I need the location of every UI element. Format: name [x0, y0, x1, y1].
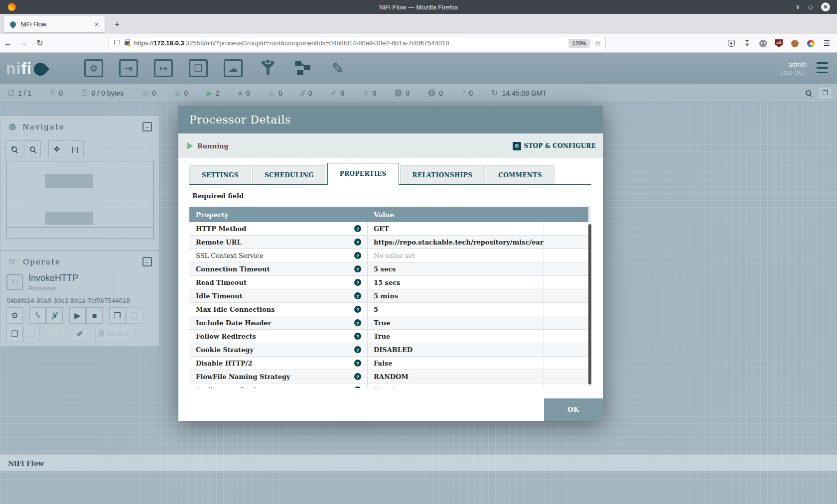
operate-panel: ☞ Operate – ↻ InvokeHTTP Processor 04b8f… [0, 251, 159, 347]
help-icon[interactable]: ? [354, 306, 361, 313]
property-row-include-date-header[interactable]: Include Date Header?True [189, 316, 591, 330]
disable-lightning-slash-button[interactable]: ϟ [46, 307, 63, 324]
breadcrumb[interactable]: NiFi Flow [8, 459, 44, 467]
zoom-in-button[interactable]: + [5, 140, 22, 157]
process-group-icon[interactable]: ❒ [187, 58, 209, 79]
browser-tab-nifi-flow[interactable]: NiFi Flow × [4, 16, 105, 32]
color-brush-button[interactable]: ✐ [72, 326, 88, 342]
tab-scheduling[interactable]: SCHEDULING [252, 165, 326, 184]
help-icon[interactable]: ? [354, 239, 361, 246]
new-tab-button[interactable]: + [111, 18, 124, 31]
extension-ublock-icon[interactable]: uO [775, 39, 783, 48]
back-icon[interactable]: ← [0, 39, 16, 48]
extension-colorful-icon[interactable] [807, 39, 815, 48]
status-locally-modified: ✳0 [363, 89, 376, 97]
help-icon[interactable]: ? [354, 360, 361, 367]
panel-toggle-button[interactable]: ❐ [818, 87, 832, 100]
output-port-icon[interactable]: ↦ [152, 58, 174, 79]
forward-icon[interactable]: → [16, 39, 32, 48]
help-icon[interactable]: ? [354, 386, 361, 388]
lock-warning-icon[interactable] [125, 41, 130, 45]
tracking-shield-icon[interactable] [114, 40, 120, 47]
paste-button[interactable]: ❏ [23, 326, 40, 342]
reload-icon[interactable]: ↻ [32, 38, 48, 48]
remote-process-group-icon[interactable]: ☁ [222, 58, 244, 79]
refresh-icon[interactable]: ↻ [491, 88, 498, 98]
help-icon[interactable]: ? [354, 373, 361, 380]
navigate-collapse-button[interactable]: – [142, 122, 152, 131]
ok-button[interactable]: OK [544, 398, 603, 421]
downloads-icon[interactable]: ↧ [743, 39, 751, 48]
properties-table: Property Value HTTP Method?GETRemote URL… [189, 207, 591, 388]
processor-stamp-icon: ↻ [6, 274, 23, 290]
status-transmitting: ◎0 [142, 89, 156, 97]
property-row-connection-timeout[interactable]: Connection Timeout?5 secs [189, 262, 591, 276]
zoom-level-badge[interactable]: 120% [568, 39, 589, 48]
window-restore-icon[interactable]: ◇ [808, 2, 813, 11]
table-scrollbar-thumb[interactable] [588, 224, 591, 384]
global-menu-icon[interactable]: ☰ [816, 61, 829, 76]
help-icon[interactable]: ? [354, 333, 361, 340]
window-minimize-icon[interactable]: ∨ [795, 2, 800, 11]
status-value: 0 [439, 89, 443, 97]
property-row-http-method[interactable]: HTTP Method?GET [189, 222, 591, 236]
property-row-ssl-context-service[interactable]: SSL Context Service?No value set [189, 249, 591, 262]
property-row-cookie-strategy[interactable]: Cookie Strategy?DISABLED [189, 343, 591, 357]
property-value: No value set [374, 252, 415, 259]
label-icon[interactable]: ✎ [327, 58, 349, 79]
url-rest: :32558/nifi/?processGroupId=root&compone… [184, 39, 449, 47]
property-row-flowfile-naming-strategy[interactable]: FlowFile Naming Strategy?RANDOM [189, 370, 591, 383]
property-row-max-idle-connections[interactable]: Max Idle Connections?5 [189, 303, 591, 316]
property-row-follow-redirects[interactable]: Follow Redirects?True [189, 330, 591, 343]
help-icon[interactable]: ? [354, 279, 361, 286]
app-menu-icon[interactable]: ☰ [823, 39, 831, 48]
pocket-icon[interactable]: ∨ [727, 39, 735, 48]
configure-gear-button[interactable]: ⚙ [6, 307, 23, 324]
fit-button[interactable]: ❖ [48, 140, 65, 157]
status-active-threads: ⠿0 [50, 89, 63, 97]
group-button[interactable]: ❑ [48, 326, 64, 342]
tab-properties[interactable]: PROPERTIES [327, 163, 399, 185]
copy-button[interactable]: ❐ [6, 326, 23, 342]
property-row-remote-url[interactable]: Remote URL?https://repo.stackable.tech/r… [189, 236, 591, 249]
operate-collapse-button[interactable]: – [142, 257, 152, 266]
logout-link[interactable]: LOG OUT [780, 70, 807, 76]
create-template-button[interactable]: ❒ [109, 307, 126, 324]
upload-template-button[interactable]: ❏ [126, 307, 142, 324]
property-row-read-timeout[interactable]: Read Timeout?15 secs [189, 276, 591, 289]
enable-lightning-button[interactable]: ϟ [29, 307, 46, 324]
url-bar[interactable]: https://172.18.0.3:32558/nifi/?processGr… [109, 36, 606, 50]
tab-relationships[interactable]: RELATIONSHIPS [400, 165, 485, 184]
tab-settings[interactable]: SETTINGS [189, 165, 251, 184]
search-icon[interactable] [806, 90, 811, 96]
extension-mask-icon[interactable] [759, 39, 767, 48]
funnel-icon[interactable] [257, 58, 279, 79]
stop-square-button[interactable]: ■ [86, 307, 103, 324]
stop-and-configure-button[interactable]: ⚙ STOP & CONFIGURE [513, 142, 596, 150]
delete-trash-button[interactable]: DELETE [95, 326, 134, 342]
window-close-icon[interactable]: ✕ [821, 2, 830, 11]
tab-close-icon[interactable]: × [93, 20, 101, 28]
property-row-disable-http-2[interactable]: Disable HTTP/2?False [189, 357, 591, 370]
processor-icon[interactable]: ⚙ [83, 58, 105, 79]
birdseye-minimap[interactable] [6, 161, 154, 239]
property-row-extra-cell [544, 357, 591, 370]
tab-comments[interactable]: COMMENTS [486, 165, 554, 184]
bookmark-star-icon[interactable]: ☆ [595, 39, 601, 48]
actual-size-button[interactable]: |:| [67, 140, 84, 157]
zoom-out-button[interactable]: − [24, 140, 41, 157]
start-play-button[interactable]: ▶ [69, 307, 86, 324]
help-icon[interactable]: ? [354, 252, 361, 259]
help-icon[interactable]: ? [354, 346, 361, 353]
help-icon[interactable]: ? [354, 265, 361, 272]
property-row-attributes-to-send[interactable]: Attributes to Send?No value set [189, 383, 591, 388]
browser-navbar: ← → ↻ https://172.18.0.3:32558/nifi/?pro… [0, 34, 837, 53]
nifi-logo-text-2: fi [21, 60, 32, 77]
property-row-idle-timeout[interactable]: Idle Timeout?5 mins [189, 289, 591, 303]
template-icon[interactable] [292, 58, 314, 79]
help-icon[interactable]: ? [354, 319, 361, 326]
extension-cookie-icon[interactable] [791, 39, 799, 48]
input-port-icon[interactable]: ⇥ [118, 58, 140, 79]
help-icon[interactable]: ? [354, 292, 361, 299]
help-icon[interactable]: ? [354, 225, 361, 232]
